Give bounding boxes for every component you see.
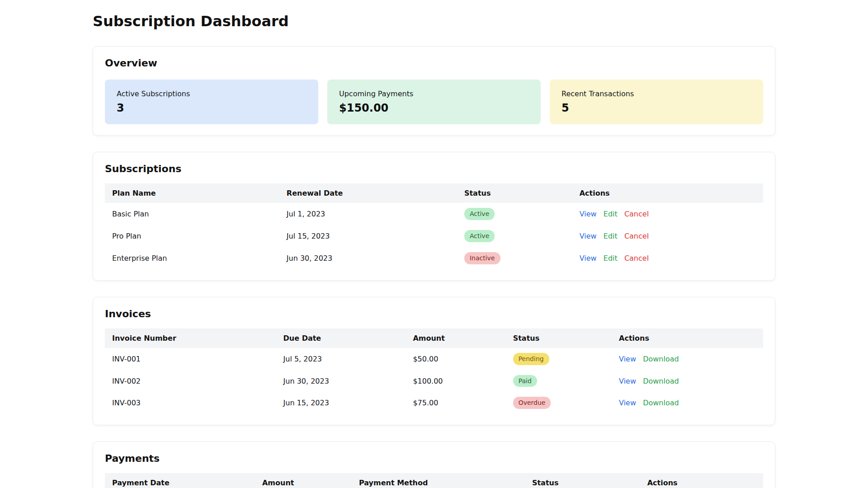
- col-amount: Amount: [255, 473, 352, 488]
- overview-heading: Overview: [105, 57, 763, 69]
- edit-link[interactable]: Edit: [604, 232, 618, 240]
- payments-table: Payment Date Amount Payment Method Statu…: [105, 473, 763, 488]
- col-status: Status: [506, 328, 612, 348]
- status-badge: Pending: [513, 353, 549, 365]
- view-link[interactable]: View: [580, 210, 597, 218]
- subscriptions-card: Subscriptions Plan Name Renewal Date Sta…: [93, 152, 775, 281]
- stat-label: Upcoming Payments: [339, 89, 529, 98]
- cancel-link[interactable]: Cancel: [624, 210, 649, 218]
- view-link[interactable]: View: [619, 399, 636, 407]
- stat-value: 3: [117, 102, 307, 114]
- renewal-date-cell: Jun 30, 2023: [279, 247, 457, 269]
- plan-name-cell: Enterprise Plan: [105, 247, 279, 269]
- plan-name-cell: Basic Plan: [105, 203, 279, 225]
- status-badge: Inactive: [464, 252, 500, 264]
- invoices-table: Invoice Number Due Date Amount Status Ac…: [105, 328, 763, 414]
- col-due-date: Due Date: [276, 328, 406, 348]
- edit-link[interactable]: Edit: [604, 254, 618, 263]
- amount-cell: $75.00: [406, 392, 505, 414]
- stat-label: Recent Transactions: [561, 89, 751, 98]
- stat-card-recent-transactions: Recent Transactions 5: [550, 80, 763, 124]
- amount-cell: $50.00: [406, 348, 505, 370]
- plan-name-cell: Pro Plan: [105, 225, 279, 247]
- invoice-number-cell: INV-001: [105, 348, 276, 370]
- invoices-header-row: Invoice Number Due Date Amount Status Ac…: [105, 328, 763, 348]
- col-payment-date: Payment Date: [105, 473, 255, 488]
- subscriptions-header-row: Plan Name Renewal Date Status Actions: [105, 183, 763, 203]
- col-renewal-date: Renewal Date: [279, 183, 457, 203]
- table-row: INV-001 Jul 5, 2023 $50.00 Pending View …: [105, 348, 763, 370]
- status-badge: Overdue: [513, 397, 551, 409]
- renewal-date-cell: Jul 15, 2023: [279, 225, 457, 247]
- invoice-number-cell: INV-003: [105, 392, 276, 414]
- cancel-link[interactable]: Cancel: [624, 254, 649, 263]
- subscriptions-heading: Subscriptions: [105, 163, 763, 174]
- table-row: INV-002 Jun 30, 2023 $100.00 Paid View D…: [105, 370, 763, 392]
- col-plan-name: Plan Name: [105, 183, 279, 203]
- renewal-date-cell: Jul 1, 2023: [279, 203, 457, 225]
- overview-card: Overview Active Subscriptions 3 Upcoming…: [93, 46, 775, 136]
- status-badge: Paid: [513, 375, 537, 387]
- invoices-card: Invoices Invoice Number Due Date Amount …: [93, 297, 775, 426]
- stat-label: Active Subscriptions: [117, 89, 307, 98]
- payments-heading: Payments: [105, 453, 763, 464]
- due-date-cell: Jul 5, 2023: [276, 348, 406, 370]
- stat-value: 5: [561, 102, 751, 114]
- view-link[interactable]: View: [619, 355, 636, 363]
- stat-card-active-subscriptions: Active Subscriptions 3: [105, 80, 318, 124]
- status-badge: Active: [464, 230, 495, 242]
- status-badge: Active: [464, 208, 495, 220]
- col-amount: Amount: [406, 328, 505, 348]
- table-row: INV-003 Jun 15, 2023 $75.00 Overdue View…: [105, 392, 763, 414]
- due-date-cell: Jun 15, 2023: [276, 392, 406, 414]
- invoice-number-cell: INV-002: [105, 370, 276, 392]
- col-actions: Actions: [612, 328, 763, 348]
- download-link[interactable]: Download: [643, 377, 679, 385]
- col-actions: Actions: [572, 183, 763, 203]
- page-title: Subscription Dashboard: [93, 13, 775, 30]
- download-link[interactable]: Download: [643, 355, 679, 363]
- col-status: Status: [525, 473, 640, 488]
- table-row: Enterprise Plan Jun 30, 2023 Inactive Vi…: [105, 247, 763, 269]
- main-container: Subscription Dashboard Overview Active S…: [93, 13, 775, 488]
- cancel-link[interactable]: Cancel: [624, 232, 649, 240]
- overview-stats-row: Active Subscriptions 3 Upcoming Payments…: [105, 80, 763, 124]
- download-link[interactable]: Download: [643, 399, 679, 407]
- due-date-cell: Jun 30, 2023: [276, 370, 406, 392]
- edit-link[interactable]: Edit: [604, 210, 618, 218]
- amount-cell: $100.00: [406, 370, 505, 392]
- stat-card-upcoming-payments: Upcoming Payments $150.00: [327, 80, 541, 124]
- view-link[interactable]: View: [580, 232, 597, 240]
- subscriptions-table: Plan Name Renewal Date Status Actions Ba…: [105, 183, 763, 269]
- invoices-heading: Invoices: [105, 308, 763, 319]
- col-actions: Actions: [640, 473, 763, 488]
- col-payment-method: Payment Method: [352, 473, 525, 488]
- view-link[interactable]: View: [619, 377, 636, 385]
- payments-header-row: Payment Date Amount Payment Method Statu…: [105, 473, 763, 488]
- table-row: Basic Plan Jul 1, 2023 Active View Edit …: [105, 203, 763, 225]
- col-status: Status: [457, 183, 572, 203]
- col-invoice-number: Invoice Number: [105, 328, 276, 348]
- view-link[interactable]: View: [580, 254, 597, 263]
- table-row: Pro Plan Jul 15, 2023 Active View Edit C…: [105, 225, 763, 247]
- payments-card: Payments Payment Date Amount Payment Met…: [93, 441, 775, 488]
- stat-value: $150.00: [339, 102, 529, 114]
